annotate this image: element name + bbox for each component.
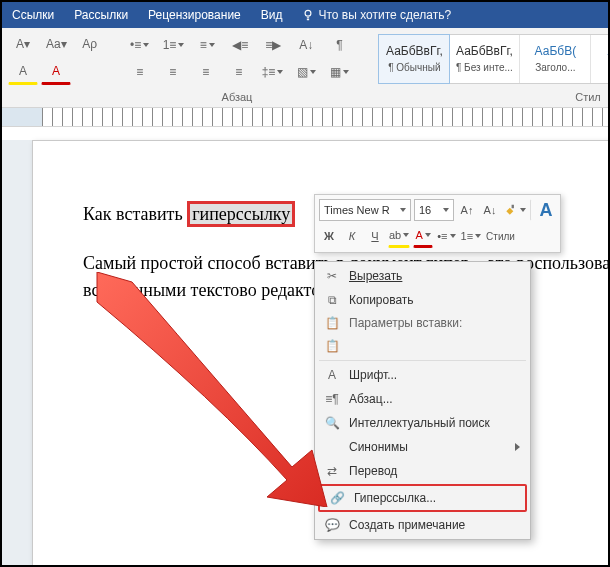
mini-highlight-btn[interactable]: ab	[388, 224, 410, 248]
mini-toolbar: Times New R 16 A↑ A↓ A Ж К Ч ab A •≡ 1≡ …	[314, 194, 561, 253]
style-no-spacing[interactable]: АаБбВвГг,¶ Без инте...	[449, 35, 520, 83]
mini-italic-btn[interactable]: К	[342, 225, 362, 247]
tell-me-label: Что вы хотите сделать?	[319, 8, 452, 22]
style-heading1[interactable]: АаБбВ(Заголо...	[520, 35, 591, 83]
ctx-font[interactable]: A Шрифт...	[315, 363, 530, 387]
tab-references[interactable]: Ссылки	[2, 2, 64, 28]
ribbon: A▾ Aa▾ Aρ A A •≡ 1≡ ≡ ◀≡ ≡▶ A↓ ¶ ≡ ≡	[2, 28, 608, 108]
paragraph-icon: ≡¶	[323, 390, 341, 408]
ctx-paste-option[interactable]: 📋	[315, 334, 530, 358]
paintbrush-icon	[504, 203, 518, 217]
line-spacing-btn[interactable]: ‡≡	[257, 60, 289, 84]
svg-rect-1	[512, 205, 514, 209]
mini-underline-btn[interactable]: Ч	[365, 225, 385, 247]
ctx-translate[interactable]: ⇄ Перевод	[315, 459, 530, 483]
mini-bold-btn[interactable]: Ж	[319, 225, 339, 247]
ctx-cut[interactable]: ✂ Вырезать	[315, 264, 530, 288]
show-marks-btn[interactable]: ¶	[324, 33, 354, 57]
mini-grow-font-btn[interactable]: A↑	[457, 199, 477, 221]
align-right-btn[interactable]: ≡	[191, 60, 221, 84]
link-icon: 🔗	[328, 489, 346, 507]
copy-icon: ⧉	[323, 291, 341, 309]
outdent-btn[interactable]: ◀≡	[225, 33, 255, 57]
mini-format-painter-btn[interactable]	[503, 199, 527, 221]
tab-view[interactable]: Вид	[251, 2, 293, 28]
mini-font-name[interactable]: Times New R	[319, 199, 411, 221]
group-paragraph-label: Абзац	[122, 89, 352, 107]
bullets-btn[interactable]: •≡	[125, 33, 155, 57]
comment-icon: 💬	[323, 516, 341, 534]
clipboard-icon: 📋	[323, 337, 341, 355]
translate-icon: ⇄	[323, 462, 341, 480]
ctx-smart-lookup[interactable]: 🔍 Интеллектуальный поиск	[315, 411, 530, 435]
context-menu: ✂ Вырезать ⧉ Копировать 📋 Параметры вста…	[314, 261, 531, 540]
selected-text[interactable]: гиперссылку	[187, 201, 295, 227]
align-center-btn[interactable]: ≡	[158, 60, 188, 84]
justify-btn[interactable]: ≡	[224, 60, 254, 84]
uppercase-btn[interactable]: A▾	[8, 32, 38, 56]
lightbulb-icon	[301, 8, 315, 22]
multilevel-btn[interactable]: ≡	[192, 33, 222, 57]
group-styles-label: Стил	[568, 89, 608, 107]
styles-gallery[interactable]: АаБбВвГг,¶ Обычный АаБбВвГг,¶ Без инте..…	[378, 34, 610, 84]
ctx-copy[interactable]: ⧉ Копировать	[315, 288, 530, 312]
scissors-icon: ✂	[323, 267, 341, 285]
mini-styles-btn[interactable]: A	[530, 199, 556, 221]
mini-shrink-font-btn[interactable]: A↓	[480, 199, 500, 221]
mini-numbering-btn[interactable]: 1≡	[460, 225, 483, 247]
font-color-btn[interactable]: A	[41, 59, 71, 85]
indent-btn[interactable]: ≡▶	[258, 33, 288, 57]
search-icon: 🔍	[323, 414, 341, 432]
ctx-synonyms[interactable]: Синонимы	[315, 435, 530, 459]
mini-styles-label: Стили	[485, 225, 516, 247]
text-before-selection: Как вставить	[83, 204, 187, 224]
sort-btn[interactable]: A↓	[291, 33, 321, 57]
paste-icon: 📋	[323, 314, 341, 332]
ruler[interactable]	[2, 108, 608, 127]
increase-font-btn[interactable]: Aa▾	[41, 32, 72, 56]
shading-btn[interactable]: ▧	[291, 60, 321, 84]
numbering-btn[interactable]: 1≡	[158, 33, 190, 57]
align-left-btn[interactable]: ≡	[125, 60, 155, 84]
ctx-paragraph[interactable]: ≡¶ Абзац...	[315, 387, 530, 411]
style-heading2[interactable]: АаБбВЗагол	[591, 35, 610, 83]
clear-format-btn[interactable]: Aρ	[75, 32, 105, 56]
ctx-hyperlink[interactable]: 🔗 Гиперссылка...	[320, 486, 525, 510]
svg-point-0	[305, 10, 311, 16]
ribbon-tabs: Ссылки Рассылки Рецензирование Вид Что в…	[2, 2, 608, 28]
font-icon: A	[323, 366, 341, 384]
borders-btn[interactable]: ▦	[324, 60, 354, 84]
tab-mailings[interactable]: Рассылки	[64, 2, 138, 28]
tell-me[interactable]: Что вы хотите сделать?	[293, 8, 460, 22]
ctx-paste-options-header: 📋 Параметры вставки:	[315, 312, 530, 334]
mini-bullets-btn[interactable]: •≡	[436, 225, 456, 247]
mini-font-color-btn[interactable]: A	[413, 224, 433, 248]
mini-font-size[interactable]: 16	[414, 199, 454, 221]
tab-review[interactable]: Рецензирование	[138, 2, 251, 28]
highlight-btn[interactable]: A	[8, 59, 38, 85]
chevron-right-icon	[515, 443, 520, 451]
style-normal[interactable]: АаБбВвГг,¶ Обычный	[378, 34, 450, 84]
ctx-new-comment[interactable]: 💬 Создать примечание	[315, 513, 530, 537]
